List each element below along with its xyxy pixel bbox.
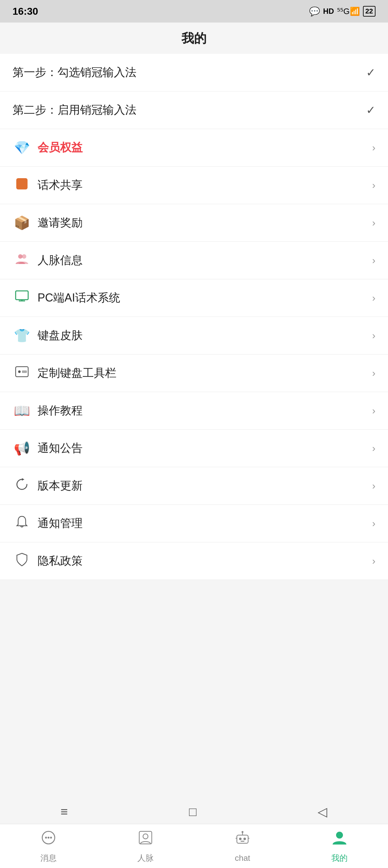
menu-left-pc-ai: PC端AI话术系统 — [12, 289, 120, 307]
menu-item-scripts[interactable]: 话术共享 › — [0, 166, 388, 204]
gift-icon: 📦 — [12, 215, 31, 230]
page-title: 我的 — [182, 30, 206, 47]
menu-item-tutorial[interactable]: 📖 操作教程 › — [0, 392, 388, 430]
menu-label-step1: 第一步：勾选销冠输入法 — [12, 65, 136, 80]
svg-rect-0 — [16, 178, 28, 189]
menu-left-keyboard-toolbar: 定制键盘工具栏 — [12, 364, 117, 382]
menu-left-update: 版本更新 — [12, 477, 83, 495]
svg-point-17 — [244, 838, 246, 840]
menu-left-step1: 第一步：勾选销冠输入法 — [12, 65, 136, 80]
chevron-icon-pc-ai: › — [372, 292, 376, 304]
nav-item-messages[interactable]: 消息 — [0, 824, 97, 868]
check-icon-step1: ✓ — [366, 66, 376, 79]
back-nav-icon[interactable]: ◁ — [318, 804, 327, 819]
menu-item-invite[interactable]: 📦 邀请奖励 › — [0, 204, 388, 242]
menu-left-invite: 📦 邀请奖励 — [12, 215, 83, 230]
status-icons: 💬 HD ⁵⁵G📶 22 — [309, 6, 376, 17]
menu-item-keyboard-skin[interactable]: 👕 键盘皮肤 › — [0, 317, 388, 354]
messages-icon — [40, 829, 57, 850]
svg-rect-15 — [237, 835, 248, 843]
contacts-nav-icon — [137, 829, 154, 850]
menu-left-notice: 📢 通知公告 — [12, 441, 83, 456]
menu-item-keyboard-toolbar[interactable]: 定制键盘工具栏 › — [0, 354, 388, 392]
status-time: 16:30 — [12, 6, 38, 17]
chevron-icon-notification: › — [372, 518, 376, 529]
nav-label-messages: 消息 — [40, 852, 57, 864]
menu-label-notice: 通知公告 — [37, 441, 83, 456]
menu-label-keyboard-skin: 键盘皮肤 — [37, 328, 83, 343]
svg-point-1 — [18, 254, 23, 259]
menu-left-keyboard-skin: 👕 键盘皮肤 — [12, 328, 83, 343]
menu-list: 第一步：勾选销冠输入法 ✓ 第二步：启用销冠输入法 ✓ 💎 会员权益 › 话术共… — [0, 54, 388, 580]
nav-item-chat[interactable]: chat — [194, 824, 291, 868]
hd-label: HD — [323, 7, 334, 16]
robot-icon — [234, 830, 251, 851]
menu-left-privacy: 隐私政策 — [12, 552, 83, 570]
page-header: 我的 — [0, 23, 388, 54]
mine-icon — [331, 829, 348, 850]
svg-rect-13 — [139, 831, 152, 844]
menu-item-update[interactable]: 版本更新 › — [0, 467, 388, 505]
menu-item-pc-ai[interactable]: PC端AI话术系统 › — [0, 279, 388, 317]
chevron-icon-notice: › — [372, 442, 376, 454]
shield-icon — [12, 552, 31, 570]
chevron-icon-keyboard-toolbar: › — [372, 367, 376, 379]
menu-item-notification[interactable]: 通知管理 › — [0, 505, 388, 542]
svg-point-10 — [45, 837, 47, 839]
chevron-icon-tutorial: › — [372, 405, 376, 416]
menu-left-scripts: 话术共享 — [12, 177, 83, 193]
menu-label-privacy: 隐私政策 — [37, 553, 83, 569]
svg-point-12 — [50, 837, 52, 839]
check-icon-step2: ✓ — [366, 104, 376, 117]
diamond-icon: 💎 — [12, 140, 31, 155]
menu-left-step2: 第二步：启用销冠输入法 — [12, 102, 136, 118]
chevron-icon-keyboard-skin: › — [372, 330, 376, 341]
svg-point-14 — [143, 834, 148, 839]
menu-left-contacts: 人脉信息 — [12, 251, 83, 269]
contacts-icon — [12, 251, 31, 269]
menu-left-notification: 通知管理 — [12, 515, 83, 532]
nav-items: 消息 人脉 — [0, 824, 388, 868]
svg-point-16 — [239, 838, 241, 840]
chevron-icon-invite: › — [372, 217, 376, 228]
svg-point-11 — [47, 837, 50, 839]
menu-item-privacy[interactable]: 隐私政策 › — [0, 542, 388, 580]
svg-rect-18 — [240, 841, 245, 842]
chevron-icon-update: › — [372, 480, 376, 492]
nav-item-contacts[interactable]: 人脉 — [97, 824, 194, 868]
megaphone-icon: 📢 — [12, 441, 31, 456]
chevron-icon-privacy: › — [372, 555, 376, 567]
nav-item-mine[interactable]: 我的 — [291, 824, 388, 868]
menu-item-member[interactable]: 💎 会员权益 › — [0, 129, 388, 166]
menu-item-step1[interactable]: 第一步：勾选销冠输入法 ✓ — [0, 54, 388, 91]
signal-icon: ⁵⁵G📶 — [337, 7, 359, 16]
svg-rect-8 — [22, 370, 27, 373]
scripts-icon — [12, 177, 31, 193]
menu-label-notification: 通知管理 — [37, 516, 83, 531]
menu-label-pc-ai: PC端AI话术系统 — [37, 290, 120, 306]
menu-item-contacts[interactable]: 人脉信息 › — [0, 242, 388, 279]
svg-rect-3 — [15, 291, 28, 300]
chevron-icon-member: › — [372, 142, 376, 153]
menu-label-step2: 第二步：启用销冠输入法 — [12, 102, 136, 118]
chevron-icon-scripts: › — [372, 179, 376, 191]
menu-item-notice[interactable]: 📢 通知公告 › — [0, 430, 388, 467]
nav-label-chat: chat — [235, 853, 250, 863]
menu-item-step2[interactable]: 第二步：启用销冠输入法 ✓ — [0, 91, 388, 129]
menu-label-update: 版本更新 — [37, 478, 83, 494]
menu-label-scripts: 话术共享 — [37, 178, 83, 193]
pc-icon — [12, 289, 31, 307]
system-nav: ≡ □ ◁ — [0, 799, 388, 824]
chevron-icon-contacts: › — [372, 255, 376, 266]
svg-point-2 — [22, 254, 26, 259]
svg-point-20 — [241, 831, 244, 833]
bottom-nav: 消息 人脉 — [0, 824, 388, 868]
message-status-icon: 💬 — [309, 6, 320, 17]
battery-indicator: 22 — [363, 6, 376, 17]
menu-label-keyboard-toolbar: 定制键盘工具栏 — [37, 365, 117, 381]
home-nav-icon[interactable]: □ — [189, 805, 196, 819]
menu-nav-icon[interactable]: ≡ — [61, 805, 68, 819]
svg-point-23 — [336, 832, 343, 839]
keyboard-toolbar-icon — [12, 364, 31, 382]
book-icon: 📖 — [12, 403, 31, 418]
